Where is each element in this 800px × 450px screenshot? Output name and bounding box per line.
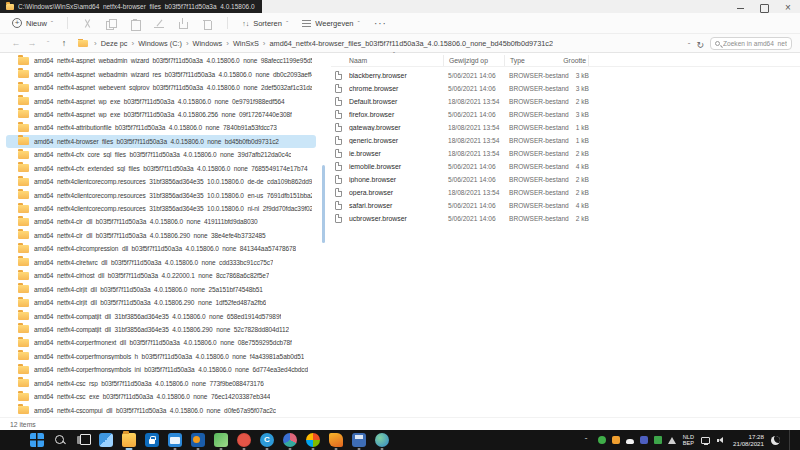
nav-folder-row[interactable]: amd64_netfx4-corperfmonsymbols_ini_b03f5… bbox=[6, 363, 316, 376]
cleaner-app-icon[interactable] bbox=[260, 433, 274, 447]
column-header-name[interactable]: Naam bbox=[349, 57, 448, 64]
nav-folder-row[interactable]: amd64_netfx4-csc_rsp_b03f5f7f11d50a3a_4.… bbox=[6, 377, 316, 390]
nav-folder-row[interactable]: amd64_netfx4-cfx_extended_sql_files_b03f… bbox=[6, 162, 316, 175]
navigation-scrollbar[interactable] bbox=[322, 165, 325, 243]
nav-folder-row[interactable]: amd64_netfx4clientcorecomp.resources_31b… bbox=[6, 188, 316, 201]
nav-folder-row[interactable]: amd64_netfx4-aspnet_webadmin_wizard_res_… bbox=[6, 67, 316, 80]
nav-folder-row[interactable]: amd64_netfx4-aspnet_webadmin_wizard_b03f… bbox=[6, 54, 316, 67]
microsoft-store-icon[interactable] bbox=[145, 433, 159, 447]
nav-folder-row[interactable]: amd64_netfx4-aspnet_wp_exe_b03f5f7f11d50… bbox=[6, 108, 316, 121]
forward-button[interactable] bbox=[24, 36, 40, 50]
column-header-modified[interactable]: Gewijzigd op bbox=[443, 55, 509, 66]
nav-folder-row[interactable]: amd64_netfx4-compatjit_dll_31bf3856ad364… bbox=[6, 309, 316, 322]
file-explorer-icon[interactable] bbox=[122, 433, 136, 447]
show-desktop-button[interactable] bbox=[789, 430, 792, 450]
recent-locations-button[interactable] bbox=[40, 36, 56, 50]
breadcrumb-item[interactable]: Deze pc bbox=[90, 39, 127, 48]
nav-folder-row[interactable]: amd64_netfx4-attributionfile_b03f5f7f11d… bbox=[6, 121, 316, 134]
nav-folder-row[interactable]: amd64_netfx4-clrhost_dll_b03f5f7f11d50a3… bbox=[6, 269, 316, 282]
nav-folder-label: amd64_netfx4-cfx_core_sql_files_b03f5f7f… bbox=[34, 151, 291, 158]
cut-icon[interactable] bbox=[82, 18, 93, 29]
search-icon[interactable] bbox=[53, 433, 67, 447]
address-dropdown-icon[interactable] bbox=[688, 34, 691, 52]
nav-folder-row[interactable]: amd64_netfx4-aspnet_wp_exe_b03f5f7f11d50… bbox=[6, 94, 316, 107]
breadcrumb-item[interactable]: Windows (C:) bbox=[127, 39, 181, 48]
teams-tray-icon[interactable] bbox=[640, 436, 648, 444]
ucbrowser.browser[interactable]: ucbrowser.browser 5/06/2021 14:06 BROWSE… bbox=[331, 212, 800, 225]
triangle-tray-icon[interactable] bbox=[668, 437, 676, 444]
network-icon[interactable] bbox=[701, 437, 710, 444]
safari.browser[interactable]: safari.browser 5/06/2021 14:06 BROWSER-b… bbox=[331, 199, 800, 212]
back-button[interactable] bbox=[8, 36, 24, 50]
nav-folder-row[interactable]: amd64_netfx4-corperfmonext_dll_b03f5f7f1… bbox=[6, 336, 316, 349]
chrome.browser[interactable]: chrome.browser 5/06/2021 14:06 BROWSER-b… bbox=[331, 82, 800, 95]
globe-app-icon[interactable] bbox=[375, 433, 389, 447]
nav-folder-row[interactable]: amd64_netfx4-clrcompression_dll_b03f5f7f… bbox=[6, 242, 316, 255]
bird-app-icon[interactable] bbox=[329, 433, 343, 447]
opera.browser[interactable]: opera.browser 18/08/2021 13:54 BROWSER-b… bbox=[331, 186, 800, 199]
up-button[interactable] bbox=[56, 36, 72, 50]
nav-folder-row[interactable]: amd64_netfx4clientcorecomp.resources_31b… bbox=[6, 175, 316, 188]
iphone.browser[interactable]: iphone.browser 5/06/2021 14:06 BROWSER-b… bbox=[331, 173, 800, 186]
volume-icon[interactable] bbox=[717, 436, 726, 444]
green-square-tray-icon[interactable] bbox=[654, 436, 662, 444]
nav-folder-row[interactable]: amd64_netfx4-clrjit_dll_b03f5f7f11d50a3a… bbox=[6, 296, 316, 309]
breadcrumb-item[interactable]: Windows bbox=[182, 39, 222, 48]
outlook-icon[interactable] bbox=[191, 433, 205, 447]
column-header-type[interactable]: Type bbox=[504, 55, 571, 66]
copy-icon[interactable] bbox=[106, 18, 117, 29]
task-view-icon[interactable] bbox=[76, 433, 90, 447]
breadcrumb-item[interactable]: amd64_netfx4-browser_files_b03f5f7f11d50… bbox=[259, 39, 553, 48]
language-indicator[interactable]: NLD BEP bbox=[683, 434, 694, 447]
column-header-size[interactable]: Grootte bbox=[571, 55, 589, 66]
paint-app-icon[interactable] bbox=[306, 433, 320, 447]
share-icon[interactable] bbox=[178, 18, 189, 29]
sort-button[interactable]: Sorteren bbox=[242, 19, 288, 28]
paste-icon[interactable] bbox=[130, 18, 141, 29]
widgets-icon[interactable] bbox=[99, 433, 113, 447]
ie.browser[interactable]: ie.browser 18/08/2021 13:54 BROWSER-best… bbox=[331, 147, 800, 160]
more-options-button[interactable] bbox=[374, 18, 387, 29]
nav-folder-row[interactable]: amd64_netfx4-clr_dll_b03f5f7f11d50a3a_4.… bbox=[6, 215, 316, 228]
refresh-icon[interactable] bbox=[696, 34, 704, 52]
nav-folder-row[interactable]: amd64_netfx4-aspnet_webevent_sqlprov_b03… bbox=[6, 81, 316, 94]
nav-folder-row[interactable]: amd64_netfx4-cfx_core_sql_files_b03f5f7f… bbox=[6, 148, 316, 161]
start-button[interactable] bbox=[30, 433, 44, 447]
iemobile.browser[interactable]: iemobile.browser 5/06/2021 14:06 BROWSER… bbox=[331, 160, 800, 173]
file-type: BROWSER-bestand bbox=[509, 176, 571, 183]
mail-icon[interactable] bbox=[168, 433, 182, 447]
blackberry.browser[interactable]: blackberry.browser 5/06/2021 14:06 BROWS… bbox=[331, 69, 800, 82]
chart-app-icon[interactable] bbox=[283, 433, 297, 447]
nav-folder-row[interactable]: amd64_netfx4-clretwrc_dll_b03f5f7f11d50a… bbox=[6, 256, 316, 269]
Default.browser[interactable]: Default.browser 18/08/2021 13:54 BROWSER… bbox=[331, 95, 800, 108]
view-button[interactable]: Weergeven bbox=[302, 19, 360, 28]
new-button[interactable]: Nieuw bbox=[12, 18, 53, 28]
nav-folder-row[interactable]: amd64_netfx4-csc_exe_b03f5f7f11d50a3a_4.… bbox=[6, 390, 316, 403]
search-input[interactable] bbox=[723, 40, 787, 47]
focus-assist-icon[interactable] bbox=[771, 436, 780, 445]
nav-folder-row[interactable]: amd64_netfx4clientcorecomp.resources_31b… bbox=[6, 202, 316, 215]
antivirus-tray-icon[interactable] bbox=[598, 436, 606, 444]
nav-folder-row[interactable]: amd64_netfx4-clr_dll_b03f5f7f11d50a3a_4.… bbox=[6, 229, 316, 242]
nav-folder-row[interactable]: amd64_netfx4-browser_files_b03f5f7f11d50… bbox=[6, 135, 316, 148]
rename-icon[interactable] bbox=[154, 18, 165, 29]
red-app-icon[interactable] bbox=[237, 433, 251, 447]
nav-folder-row[interactable]: amd64_netfx4-clrjit_dll_b03f5f7f11d50a3a… bbox=[6, 282, 316, 295]
nav-folder-row[interactable]: amd64_netfx4-corperfmonsymbols_h_b03f5f7… bbox=[6, 350, 316, 363]
firefox.browser[interactable]: firefox.browser 5/06/2021 14:06 BROWSER-… bbox=[331, 108, 800, 121]
tray-chevron-icon[interactable] bbox=[584, 436, 592, 444]
breadcrumb-item[interactable]: WinSxS bbox=[222, 39, 259, 48]
orange-tray-icon[interactable] bbox=[612, 436, 620, 444]
nav-folder-row[interactable]: amd64_netfx4-compatjit_dll_31bf3856ad364… bbox=[6, 323, 316, 336]
floppy-app-icon[interactable] bbox=[352, 433, 366, 447]
generic.browser[interactable]: generic.browser 18/08/2021 13:54 BROWSER… bbox=[331, 134, 800, 147]
command-bar: Nieuw Sorteren Weergeven bbox=[0, 13, 800, 34]
gateway.browser[interactable]: gateway.browser 18/08/2021 13:54 BROWSER… bbox=[331, 121, 800, 134]
nav-folder-row[interactable]: amd64_netfx4-cscompui_dll_b03f5f7f11d50a… bbox=[6, 403, 316, 416]
nav-folder-label: amd64_netfx4-corperfmonsymbols_h_b03f5f7… bbox=[34, 353, 304, 360]
photos-app-icon[interactable] bbox=[214, 433, 228, 447]
onedrive-tray-icon[interactable] bbox=[626, 439, 634, 444]
file-icon bbox=[335, 149, 342, 158]
clock[interactable]: 17:28 21/08/2021 bbox=[733, 433, 764, 448]
delete-icon[interactable] bbox=[202, 18, 213, 29]
